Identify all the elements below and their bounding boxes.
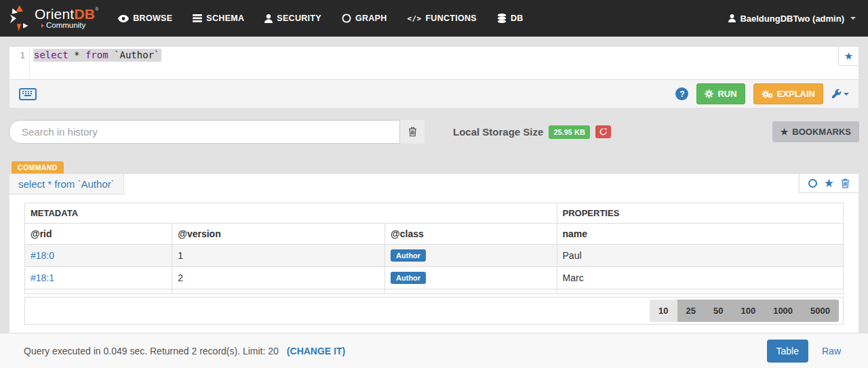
code-keyword: from xyxy=(85,49,108,60)
local-storage-info: Local Storage Size 25.95 KB xyxy=(453,125,611,139)
settings-dropdown[interactable] xyxy=(831,89,849,99)
storage-size-label: Local Storage Size xyxy=(453,126,543,138)
trash-icon xyxy=(408,127,417,137)
command-actions: ★ xyxy=(799,174,859,193)
star-icon: ★ xyxy=(844,51,853,61)
change-limit-link[interactable]: (CHANGE IT) xyxy=(287,346,345,356)
results-table-wrap: METADATA PROPERTIES @rid @version @class… xyxy=(24,203,844,294)
table-view-button[interactable]: Table xyxy=(767,340,808,363)
raw-view-link[interactable]: Raw xyxy=(822,346,841,356)
star-icon[interactable]: ★ xyxy=(824,179,834,188)
class-badge[interactable]: Author xyxy=(391,249,426,262)
storage-size-badge: 25.95 KB xyxy=(549,125,589,139)
rid-link[interactable]: #18:1 xyxy=(31,272,54,283)
main-menu: BROWSE SCHEMA SECURITY GRAPH </> FUNCTIO… xyxy=(108,0,533,37)
orientdb-logo: OrientDB® Community xyxy=(9,4,98,33)
navbar: OrientDB® Community BROWSE SCHEMA SECURI… xyxy=(0,0,868,37)
page-size-50[interactable]: 50 xyxy=(705,300,732,322)
table-row: #18:0 1 Author Paul xyxy=(25,245,844,267)
list-icon xyxy=(193,14,202,22)
chevron-down-icon xyxy=(844,93,849,96)
name-cell: Marc xyxy=(557,267,843,289)
code-icon: </> xyxy=(408,14,422,23)
name-cell: Paul xyxy=(557,245,843,267)
column-header-version: @version xyxy=(172,224,385,245)
logo-trademark: ® xyxy=(95,7,98,12)
command-query-tab[interactable]: select * from `Author` xyxy=(9,174,124,195)
version-cell: 1 xyxy=(172,245,385,267)
user-menu[interactable]: BaeldungDBTwo (admin) xyxy=(728,14,856,24)
class-badge[interactable]: Author xyxy=(391,272,426,284)
page-size-1000[interactable]: 1000 xyxy=(764,300,802,322)
page-size-25[interactable]: 25 xyxy=(677,300,705,322)
table-row-empty xyxy=(25,289,844,294)
editor-toolbar: ? RUN EXPLAIN xyxy=(9,79,859,108)
table-row: #18:1 2 Author Marc xyxy=(25,267,844,289)
nav-item-graph[interactable]: GRAPH xyxy=(332,0,397,37)
column-header-name: name xyxy=(557,224,843,245)
trash-icon[interactable] xyxy=(841,178,850,188)
status-footer: Query executed in 0.049 sec. Returned 2 … xyxy=(0,333,868,368)
command-section: COMMAND select * from `Author` ★ METADAT… xyxy=(0,161,868,336)
search-history-input[interactable] xyxy=(9,120,400,144)
chevron-down-icon xyxy=(850,17,856,20)
line-number: 1 xyxy=(9,47,30,79)
help-icon[interactable]: ? xyxy=(675,87,688,100)
nav-item-security[interactable]: SECURITY xyxy=(254,0,332,37)
group-header-properties: PROPERTIES xyxy=(557,203,843,224)
page-size-10[interactable]: 10 xyxy=(650,300,677,322)
logo-starburst-icon xyxy=(9,4,31,33)
circle-icon xyxy=(342,14,351,23)
history-bar: Local Storage Size 25.95 KB ★ BOOKMARKS xyxy=(9,120,859,144)
gear-icon xyxy=(705,89,713,98)
code-keyword: select xyxy=(34,49,68,60)
eye-icon xyxy=(118,15,129,22)
query-status-text: Query executed in 0.049 sec. Returned 2 … xyxy=(24,346,279,356)
logo-triangle-icon xyxy=(41,24,44,28)
wrench-icon xyxy=(831,89,842,99)
code-area[interactable]: 1 select * from `Author` ★ xyxy=(9,47,859,79)
bookmarks-button[interactable]: ★ BOOKMARKS xyxy=(772,121,859,142)
explain-button[interactable]: EXPLAIN xyxy=(753,83,823,104)
page-size-bar: 10 25 50 100 1000 5000 xyxy=(24,297,844,325)
column-header-class: @class xyxy=(385,224,557,245)
recycle-icon xyxy=(599,128,607,136)
logo-subtitle: Community xyxy=(46,22,85,30)
user-menu-label: BaeldungDBTwo (admin) xyxy=(740,14,844,24)
user-icon xyxy=(728,14,736,22)
page-size-5000[interactable]: 5000 xyxy=(802,300,839,322)
clear-storage-button[interactable] xyxy=(595,125,611,138)
column-header-rid: @rid xyxy=(25,224,172,245)
query-editor: 1 select * from `Author` ★ ? RUN E xyxy=(9,46,859,108)
nav-item-functions[interactable]: </> FUNCTIONS xyxy=(397,0,487,37)
bookmark-query-button[interactable]: ★ xyxy=(838,47,859,66)
command-result-card: select * from `Author` ★ METADATA PROPER… xyxy=(9,173,859,336)
page-size-group: 10 25 50 100 1000 5000 xyxy=(650,300,839,322)
results-table: METADATA PROPERTIES @rid @version @class… xyxy=(24,203,844,294)
run-button[interactable]: RUN xyxy=(696,83,745,104)
nav-item-db[interactable]: DB xyxy=(487,0,534,37)
clear-history-button[interactable] xyxy=(400,120,425,144)
nav-item-schema[interactable]: SCHEMA xyxy=(182,0,254,37)
group-header-metadata: METADATA xyxy=(25,203,557,224)
rid-link[interactable]: #18:0 xyxy=(31,250,54,261)
view-switch: Table Raw xyxy=(767,340,841,363)
version-cell: 2 xyxy=(172,267,385,289)
logo-title: OrientDB xyxy=(35,6,95,22)
rerun-circle-icon[interactable] xyxy=(808,179,817,188)
query-code-line[interactable]: select * from `Author` xyxy=(30,47,161,79)
command-badge: COMMAND xyxy=(12,161,64,173)
orientdb-studio-page: OrientDB® Community BROWSE SCHEMA SECURI… xyxy=(0,0,868,368)
page-size-100[interactable]: 100 xyxy=(732,300,764,322)
database-icon xyxy=(497,14,507,23)
nav-item-browse[interactable]: BROWSE xyxy=(108,0,182,37)
code-operator: * xyxy=(68,49,85,60)
code-identifier: `Author` xyxy=(108,49,160,60)
star-icon: ★ xyxy=(781,127,789,136)
user-icon xyxy=(264,14,273,23)
keyboard-shortcuts-icon[interactable] xyxy=(19,88,37,100)
gears-icon xyxy=(762,90,773,98)
